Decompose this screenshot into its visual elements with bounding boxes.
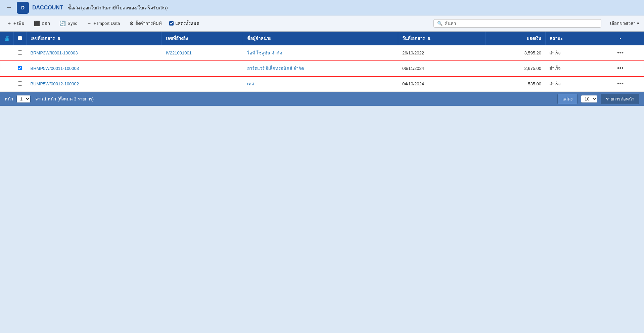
row-doc-date: 26/10/2022 xyxy=(398,45,486,61)
import-icon: ＋ xyxy=(87,20,92,27)
row-amount: 3,595.20 xyxy=(486,45,545,61)
row-actions-button[interactable]: ••• xyxy=(614,80,626,88)
row-ref-no xyxy=(162,76,243,92)
ref-no-link[interactable]: IV221001001 xyxy=(166,50,191,55)
row-check-cell[interactable] xyxy=(14,61,27,76)
import-button[interactable]: ＋ + Import Data xyxy=(85,19,122,28)
export-button[interactable]: ⬛ ออก xyxy=(32,18,52,28)
print-settings-button[interactable]: ⚙ ตั้งค่าการพิมพ์ xyxy=(127,18,164,28)
row-doc-no[interactable]: BRMP5W/00011-100003 xyxy=(27,61,162,76)
doc-no-link[interactable]: BUMP5W/00012-100002 xyxy=(31,81,79,86)
row-checkbox[interactable] xyxy=(18,81,22,86)
row-doc-no[interactable]: BUMP5W/00012-100002 xyxy=(27,76,162,92)
search-box: 🔍 xyxy=(433,19,601,28)
row-check-cell[interactable] xyxy=(14,76,27,92)
supplier-link[interactable]: เทส xyxy=(247,81,254,86)
date-range-button[interactable]: เลือกช่วงเวลา ▾ xyxy=(610,20,639,27)
row-doc-date: 04/10/2024 xyxy=(398,76,486,92)
show-all-checkbox[interactable] xyxy=(169,21,174,26)
supplier-link[interactable]: ไอที โซลูชัน จำกัด xyxy=(247,50,282,55)
app-name: DACCOUNT xyxy=(32,5,63,11)
next-page-button[interactable]: รายการต่อหน้า xyxy=(601,94,639,104)
row-actions-cell[interactable]: ••• xyxy=(597,61,644,76)
toolbar: ＋ + เพิ่ม ⬛ ออก 🔄 Sync ＋ + Import Data ⚙… xyxy=(0,15,644,32)
col-amount: ยอดเงิน xyxy=(486,32,545,45)
sync-icon: 🔄 xyxy=(59,20,66,27)
select-all-checkbox[interactable] xyxy=(18,36,22,40)
row-doc-date: 06/11/2024 xyxy=(398,61,486,76)
row-status: สำเร็จ xyxy=(545,45,597,61)
per-page-select[interactable]: 10 25 50 xyxy=(581,95,597,103)
col-check xyxy=(14,32,27,45)
show-button[interactable]: แสดง xyxy=(557,94,578,104)
row-supplier: ไอที โซลูชัน จำกัด xyxy=(243,45,398,61)
col-actions: • xyxy=(597,32,644,45)
table-row: BRMP5W/00011-100003 ฮาร์ดแวร์ อิเล็คทรอน… xyxy=(0,61,644,76)
data-table: 🖨 เลขที่เอกสาร ⇅ เลขที่อ้างอิง ชื่อผู้จำ… xyxy=(0,32,644,92)
supplier-link[interactable]: ฮาร์ดแวร์ อิเล็คทรอนิคส์ จำกัด xyxy=(247,66,304,71)
col-print: 🖨 xyxy=(0,32,14,45)
table-row: BRMP3W/I0001-100003 IV221001001 ไอที โซล… xyxy=(0,45,644,61)
app-logo: D xyxy=(17,2,29,14)
row-ref-no xyxy=(162,61,243,76)
page-title: ซื้อสด (ออกใบกำกับภาษี/ใบส่งของ/ใบเสร็จร… xyxy=(68,4,168,11)
printer-icon: 🖨 xyxy=(4,36,9,41)
col-doc-date: วันที่เอกสาร ⇅ xyxy=(398,32,486,45)
search-input[interactable] xyxy=(445,21,598,26)
data-table-wrapper: 🖨 เลขที่เอกสาร ⇅ เลขที่อ้างอิง ชื่อผู้จำ… xyxy=(0,32,644,92)
row-checkbox[interactable] xyxy=(18,50,22,55)
row-supplier: เทส xyxy=(243,76,398,92)
page-label: หน้า xyxy=(5,95,13,102)
page-select[interactable]: 1 xyxy=(16,95,31,103)
doc-no-link[interactable]: BRMP3W/I0001-100003 xyxy=(31,50,78,55)
row-print-cell xyxy=(0,61,14,76)
row-actions-cell[interactable]: ••• xyxy=(597,45,644,61)
row-amount: 535.00 xyxy=(486,76,545,92)
plus-icon: ＋ xyxy=(7,20,12,27)
chevron-down-icon: ▾ xyxy=(637,21,639,26)
table-row: BUMP5W/00012-100002 เทส 04/10/2024 535.0… xyxy=(0,76,644,92)
sort-date-icon[interactable]: ⇅ xyxy=(427,37,430,41)
col-supplier: ชื่อผู้จำหน่าย xyxy=(243,32,398,45)
gear-icon: ⚙ xyxy=(129,20,134,27)
page-info: จาก 1 หน้า (ทั้งหมด 3 รายการ) xyxy=(35,95,94,102)
row-print-cell xyxy=(0,76,14,92)
row-actions-button[interactable]: ••• xyxy=(614,64,626,73)
search-icon: 🔍 xyxy=(437,21,443,26)
show-all-toggle[interactable]: แสดงทั้งหมด xyxy=(169,20,199,27)
row-status: สำเร็จ xyxy=(545,61,597,76)
row-actions-cell[interactable]: ••• xyxy=(597,76,644,92)
row-print-cell xyxy=(0,45,14,61)
doc-no-link[interactable]: BRMP5W/00011-100003 xyxy=(31,66,79,71)
row-amount: 2,675.00 xyxy=(486,61,545,76)
sync-button[interactable]: 🔄 Sync xyxy=(57,19,79,28)
row-doc-no[interactable]: BRMP3W/I0001-100003 xyxy=(27,45,162,61)
row-supplier: ฮาร์ดแวร์ อิเล็คทรอนิคส์ จำกัด xyxy=(243,61,398,76)
sort-doc-icon[interactable]: ⇅ xyxy=(57,37,60,41)
add-button[interactable]: ＋ + เพิ่ม xyxy=(5,18,27,28)
export-icon: ⬛ xyxy=(34,20,40,27)
row-check-cell[interactable] xyxy=(14,45,27,61)
col-ref-no: เลขที่อ้างอิง xyxy=(162,32,243,45)
row-status: สำเร็จ xyxy=(545,76,597,92)
row-ref-no: IV221001001 xyxy=(162,45,243,61)
row-actions-button[interactable]: ••• xyxy=(614,49,626,57)
back-button[interactable]: ← xyxy=(5,4,13,11)
col-doc-no: เลขที่เอกสาร ⇅ xyxy=(27,32,162,45)
top-bar: ← D DACCOUNT ซื้อสด (ออกใบกำกับภาษี/ใบส่… xyxy=(0,0,644,15)
pagination-bar: หน้า 1 จาก 1 หน้า (ทั้งหมด 3 รายการ) แสด… xyxy=(0,92,644,106)
row-checkbox[interactable] xyxy=(18,66,22,70)
col-status: สถานะ xyxy=(545,32,597,45)
